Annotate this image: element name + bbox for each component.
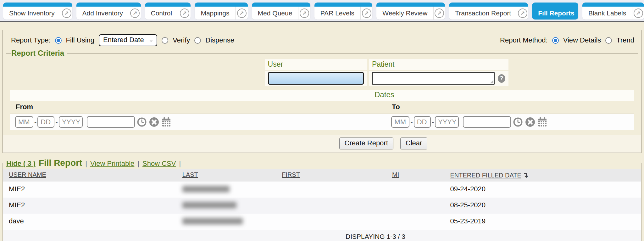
external-link-icon: [362, 8, 371, 18]
trend-radio[interactable]: [605, 37, 612, 44]
view-details-label: View Details: [563, 36, 601, 44]
from-label: From: [10, 103, 386, 111]
fill-report-header: Hide ( 3 ) Fill Report | View Printable …: [5, 158, 184, 168]
tab-label: Show Inventory: [3, 7, 61, 20]
to-clear-date-icon[interactable]: [525, 117, 536, 127]
fill-reports-page: Show Inventory Add Inventory Control Map…: [0, 0, 644, 241]
redacted-name-blur: [182, 202, 236, 208]
column-header-last[interactable]: LAST: [180, 171, 280, 179]
clear-button[interactable]: Clear: [400, 137, 428, 149]
tab-par-levels[interactable]: PAR Levels: [314, 3, 373, 20]
to-calendar-icon[interactable]: [537, 117, 548, 127]
cell-entered-filled-date: 09-24-2020: [448, 185, 641, 194]
to-year-input[interactable]: [435, 116, 459, 128]
open-in-new-window-button[interactable]: [517, 7, 528, 20]
from-clear-date-icon[interactable]: [149, 117, 159, 127]
from-day-input[interactable]: [37, 116, 54, 128]
external-link-icon: [435, 8, 444, 18]
tab-transaction-report[interactable]: Transaction Report: [449, 3, 528, 20]
fill-using-radio[interactable]: [55, 37, 62, 44]
verify-label: Verify: [173, 36, 190, 44]
tab-mappings[interactable]: Mappings: [195, 3, 247, 20]
redacted-name-blur: [182, 218, 243, 224]
cell-mi: [390, 185, 448, 194]
tab-weekly-review[interactable]: Weekly Review: [376, 3, 445, 20]
entered-date-select[interactable]: Entered Date ⌄: [99, 34, 157, 46]
table-row[interactable]: dave 05-23-2019: [3, 214, 641, 230]
fill-report-table: USER NAME LAST FIRST MI ENTERED FILLED D…: [3, 169, 641, 241]
patient-input[interactable]: [372, 72, 495, 85]
from-calendar-icon[interactable]: [161, 117, 172, 127]
from-month-input[interactable]: [15, 116, 33, 128]
report-method-label: Report Method:: [500, 36, 548, 44]
from-to-labels-row: From To: [10, 101, 634, 114]
report-method-group: Report Method: View Details Trend: [500, 36, 634, 44]
from-date-text-input[interactable]: [87, 116, 135, 128]
open-in-new-window-button[interactable]: [632, 7, 644, 20]
to-label: To: [386, 103, 634, 111]
dates-band: Dates: [10, 90, 634, 101]
table-header-row: USER NAME LAST FIRST MI ENTERED FILLED D…: [3, 169, 641, 182]
chevron-down-icon: ⌄: [148, 37, 154, 43]
cell-first: [280, 201, 390, 210]
column-header-entered-filled-date[interactable]: ENTERED FILLED DATE↴: [448, 171, 641, 179]
to-time-clock-icon[interactable]: [513, 117, 523, 127]
patient-input-wrap: [372, 72, 505, 85]
user-input[interactable]: [268, 72, 364, 85]
cell-user-name: MIE2: [3, 201, 180, 210]
tab-blank-labels[interactable]: Blank Labels: [582, 3, 644, 20]
cell-user-name: dave: [3, 217, 180, 226]
tab-add-inventory[interactable]: Add Inventory: [76, 3, 141, 20]
tab-label: PAR Levels: [314, 7, 360, 20]
column-header-mi[interactable]: MI: [390, 171, 448, 179]
date-dash: -: [34, 118, 36, 126]
tab-label: Control: [145, 7, 178, 20]
hide-link[interactable]: Hide ( 3 ): [6, 160, 36, 168]
column-header-first[interactable]: FIRST: [280, 171, 390, 179]
dispense-radio[interactable]: [194, 37, 201, 44]
cell-last-redacted: [180, 185, 280, 194]
report-criteria-legend: Report Criteria: [11, 49, 67, 58]
dates-label: Dates: [375, 90, 394, 99]
cell-last-redacted: [180, 201, 280, 210]
table-row[interactable]: MIE2 09-24-2020: [3, 182, 641, 198]
to-date-text-input[interactable]: [463, 116, 511, 128]
separator: |: [85, 160, 87, 168]
tab-label: Fill Reports: [532, 7, 578, 20]
table-row[interactable]: MIE2 08-25-2020: [3, 198, 641, 214]
criteria-inputs-row: [10, 71, 634, 86]
open-in-new-window-button[interactable]: [61, 7, 72, 20]
from-year-input[interactable]: [59, 116, 83, 128]
open-in-new-window-button[interactable]: [360, 7, 372, 20]
view-details-radio[interactable]: [552, 37, 559, 44]
show-csv-link[interactable]: Show CSV: [142, 160, 176, 168]
report-criteria-fieldset: Report Criteria User Patient: [6, 49, 638, 135]
tab-label: Mappings: [195, 7, 235, 20]
date-dash: -: [410, 118, 413, 126]
create-report-button[interactable]: Create Report: [339, 137, 393, 149]
tab-med-queue[interactable]: Med Queue: [252, 3, 310, 20]
open-in-new-window-button[interactable]: [235, 7, 247, 20]
cell-last-redacted: [180, 217, 280, 226]
form-actions-row: Create Report Clear: [3, 135, 641, 153]
from-time-clock-icon[interactable]: [136, 117, 147, 127]
to-month-input[interactable]: [391, 116, 409, 128]
open-in-new-window-button[interactable]: [433, 7, 445, 20]
to-day-input[interactable]: [414, 116, 431, 128]
redacted-name-blur: [182, 186, 230, 192]
view-printable-link[interactable]: View Printable: [90, 160, 134, 168]
dispense-label: Dispense: [205, 36, 234, 44]
tab-label: Blank Labels: [582, 7, 632, 20]
external-link-icon: [130, 8, 140, 18]
open-in-new-window-button[interactable]: [178, 7, 191, 20]
open-in-new-window-button[interactable]: [129, 7, 141, 20]
tab-control[interactable]: Control: [145, 3, 191, 20]
open-in-new-window-button[interactable]: [298, 7, 310, 20]
tab-show-inventory[interactable]: Show Inventory: [3, 3, 72, 20]
column-header-user-name[interactable]: USER NAME: [3, 171, 180, 179]
verify-radio[interactable]: [162, 37, 168, 44]
tab-label: Add Inventory: [76, 7, 129, 20]
tab-fill-reports[interactable]: Fill Reports: [532, 3, 578, 20]
sort-descending-icon: ↴: [523, 171, 528, 179]
help-icon[interactable]: [498, 74, 505, 83]
